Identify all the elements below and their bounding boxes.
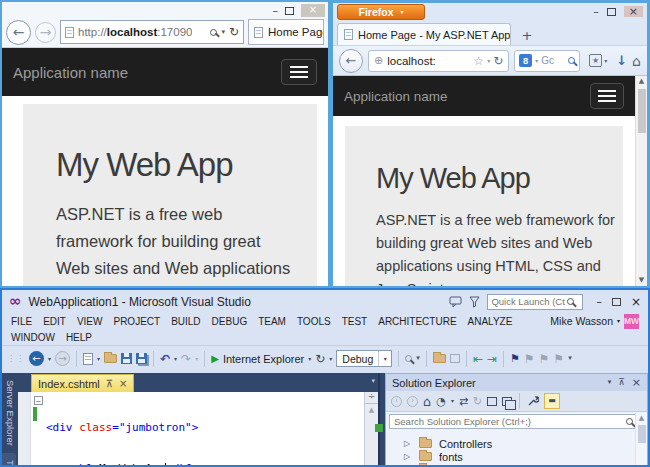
- menu-tools[interactable]: TOOLS: [297, 316, 331, 327]
- splitter-handle-icon[interactable]: ÷: [365, 392, 378, 404]
- navigate-back-button[interactable]: ←: [29, 351, 44, 366]
- menu-team[interactable]: TEAM: [258, 316, 286, 327]
- firefox-menu-button[interactable]: Firefox ▾: [337, 4, 425, 20]
- redo-icon[interactable]: ↷: [181, 353, 191, 365]
- tree-item-controllers[interactable]: ▷ Controllers: [386, 437, 647, 450]
- open-file-icon[interactable]: [104, 354, 117, 363]
- document-tab-index-cshtml[interactable]: Index.cshtml ⊼ ×: [31, 374, 134, 392]
- scroll-up-icon[interactable]: ▲: [639, 415, 644, 422]
- menu-project[interactable]: PROJECT: [113, 316, 160, 327]
- forward-button[interactable]: ›: [407, 396, 418, 407]
- tab-server-explorer[interactable]: Server Explorer: [5, 373, 16, 453]
- find-icon[interactable]: [405, 355, 412, 362]
- scroll-up-icon[interactable]: ▲: [639, 78, 644, 85]
- scrollbar[interactable]: ▲: [635, 413, 647, 465]
- home-icon[interactable]: ⌂: [632, 54, 641, 68]
- quick-launch-box[interactable]: [487, 294, 583, 310]
- search-icon[interactable]: [568, 57, 575, 64]
- show-all-files-icon[interactable]: [502, 397, 512, 406]
- refresh-icon[interactable]: ↻: [229, 26, 239, 38]
- solution-explorer-search[interactable]: ▾: [389, 414, 644, 429]
- close-icon[interactable]: ×: [301, 4, 325, 17]
- chevron-down-icon[interactable]: ▾: [487, 58, 490, 64]
- browser-tab[interactable]: Home Page - My...: [248, 19, 324, 45]
- preview-selected-items-toggle[interactable]: ▬: [544, 393, 560, 409]
- search-icon[interactable]: [210, 29, 217, 36]
- tab-toolbox[interactable]: Toolbox: [2, 453, 16, 465]
- scrollbar[interactable]: ▲ ▼: [635, 76, 647, 286]
- navigate-forward-button[interactable]: →: [55, 351, 70, 366]
- bookmark-prev-icon[interactable]: ⚑: [524, 353, 535, 365]
- menu-test[interactable]: TEST: [342, 316, 368, 327]
- pin-icon[interactable]: ⊼: [618, 378, 625, 387]
- browser-tab[interactable]: Home Page - My ASP.NET Application: [337, 23, 511, 45]
- chevron-down-icon[interactable]: ▾: [97, 356, 100, 362]
- minimize-icon[interactable]: –: [273, 5, 279, 16]
- url-text[interactable]: http://localhost:17090: [78, 26, 192, 38]
- close-icon[interactable]: ×: [624, 6, 643, 17]
- refresh-icon[interactable]: ↻: [315, 353, 325, 365]
- solution-search-input[interactable]: [394, 416, 623, 427]
- maximize-icon[interactable]: [607, 8, 616, 16]
- feedback-icon[interactable]: [449, 296, 462, 308]
- avatar[interactable]: MW: [624, 314, 639, 329]
- expand-icon[interactable]: ▷: [404, 453, 415, 461]
- home-icon[interactable]: ⌂: [423, 395, 431, 408]
- disabled-tool-icon[interactable]: [450, 354, 460, 363]
- bookmark-clear-icon[interactable]: ⚑: [553, 353, 564, 365]
- site-brand[interactable]: Application name: [344, 89, 448, 104]
- sync-with-active-document-icon[interactable]: ⇄: [459, 396, 468, 407]
- refresh-icon[interactable]: ↻: [493, 55, 503, 67]
- chevron-down-icon[interactable]: ▾: [221, 29, 225, 36]
- bookmark-icon[interactable]: ⚑: [510, 353, 520, 364]
- bookmark-star-icon[interactable]: ☆: [473, 55, 484, 67]
- menu-view[interactable]: VIEW: [77, 316, 103, 327]
- toolbar-overflow-icon[interactable]: ▾: [416, 355, 420, 362]
- configuration-dropdown[interactable]: Debug ▾: [336, 350, 392, 367]
- start-debug-icon[interactable]: ▶: [211, 354, 219, 364]
- new-tab-button[interactable]: +: [514, 26, 540, 45]
- address-bar[interactable]: ⊕ localhost: ☆ ▾ ↻: [368, 50, 509, 72]
- new-file-icon[interactable]: [83, 353, 93, 365]
- folder-arrow-icon[interactable]: [433, 354, 446, 363]
- menu-edit[interactable]: EDIT: [43, 316, 66, 327]
- save-icon[interactable]: [121, 353, 132, 364]
- account-menu[interactable]: Mike Wasson ▾ MW: [550, 314, 639, 329]
- indent-increase-icon[interactable]: ⇥: [487, 353, 497, 365]
- search-icon[interactable]: [567, 298, 574, 305]
- scrollbar-thumb[interactable]: [638, 425, 646, 443]
- pin-icon[interactable]: ⊼: [106, 379, 113, 389]
- menu-window[interactable]: WINDOW: [11, 332, 55, 343]
- bookmarks-panel-button[interactable]: ★ ▾: [585, 51, 611, 71]
- hamburger-menu-button[interactable]: [281, 59, 317, 85]
- back-button[interactable]: ‹: [391, 396, 402, 407]
- site-brand[interactable]: Application name: [13, 64, 128, 81]
- window-position-icon[interactable]: ▾: [608, 379, 612, 386]
- forward-button[interactable]: →: [35, 22, 56, 43]
- notifications-funnel-icon[interactable]: [469, 296, 480, 308]
- close-icon[interactable]: ×: [632, 377, 641, 388]
- pending-changes-filter-icon[interactable]: ◔: [436, 396, 446, 407]
- bookmark-next-icon[interactable]: ⚑: [539, 353, 550, 365]
- close-icon[interactable]: ×: [631, 296, 641, 308]
- wrench-icon[interactable]: [527, 395, 539, 407]
- back-button[interactable]: ←: [339, 49, 363, 73]
- chevron-down-icon[interactable]: ▾: [308, 356, 311, 362]
- code-editor[interactable]: – <div class="jumbotron"> <h1>My Web App…: [18, 392, 364, 465]
- minimize-icon[interactable]: –: [596, 296, 602, 307]
- google-icon[interactable]: 8: [519, 54, 532, 67]
- chevron-down-icon[interactable]: ▾: [451, 398, 454, 404]
- chevron-down-icon[interactable]: ▾: [174, 356, 177, 362]
- quick-launch-input[interactable]: [491, 296, 565, 307]
- document-list-dropdown-icon[interactable]: ▾: [371, 378, 375, 385]
- toolbar-overflow-icon[interactable]: ▾: [568, 355, 572, 362]
- chevron-down-icon[interactable]: ▾: [48, 356, 51, 362]
- solution-explorer-titlebar[interactable]: Solution Explorer ▾ ⊼ ×: [386, 374, 647, 391]
- tree-item-models[interactable]: ▷ Models: [386, 463, 647, 465]
- menu-debug[interactable]: DEBUG: [212, 316, 248, 327]
- maximize-icon[interactable]: [285, 7, 294, 15]
- search-icon[interactable]: [626, 418, 633, 425]
- indent-decrease-icon[interactable]: ⇤: [473, 353, 483, 365]
- menu-file[interactable]: FILE: [11, 316, 32, 327]
- scrollbar-thumb[interactable]: [638, 89, 646, 133]
